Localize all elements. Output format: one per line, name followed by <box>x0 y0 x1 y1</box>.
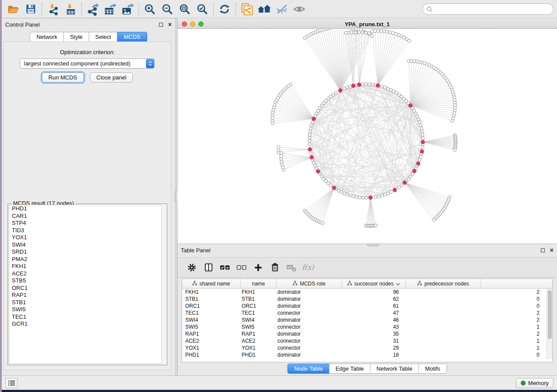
close-panel-icon[interactable]: × <box>168 23 172 27</box>
mcds-hub-node[interactable] <box>421 140 425 144</box>
mcds-result-node[interactable]: STB5 <box>9 277 166 285</box>
mcds-result-node[interactable]: PHD1 <box>9 205 166 213</box>
network-node[interactable] <box>308 130 311 133</box>
network-node[interactable] <box>421 146 424 149</box>
network-node[interactable] <box>364 83 367 86</box>
network-node[interactable] <box>389 191 392 194</box>
table-rows[interactable]: FKH1FKH1dominator962STB1STB1dominator620… <box>182 289 547 358</box>
network-node[interactable] <box>377 195 380 198</box>
create-column-plus-icon[interactable] <box>250 260 266 275</box>
mcds-hub-node[interactable] <box>316 169 320 173</box>
select-all-columns-icon[interactable] <box>217 260 233 275</box>
network-node[interactable] <box>368 83 371 86</box>
mcds-result-node[interactable]: CAR1 <box>9 213 166 220</box>
import-network-from-file-icon[interactable] <box>44 1 62 17</box>
network-node[interactable] <box>361 83 364 86</box>
network-node[interactable] <box>419 124 422 127</box>
save-session-icon[interactable] <box>22 1 39 17</box>
export-network-icon[interactable] <box>84 1 101 17</box>
network-node[interactable] <box>357 31 360 34</box>
network-node[interactable] <box>418 121 421 124</box>
column-header-successor-nodes[interactable]: successor nodes <box>342 279 406 288</box>
close-panel-icon[interactable]: × <box>550 248 554 252</box>
mcds-result-node[interactable]: SWI4 <box>9 241 166 249</box>
mcds-result-node[interactable]: TID3 <box>9 227 166 234</box>
network-node[interactable] <box>380 30 383 33</box>
network-node[interactable] <box>309 127 312 130</box>
toggle-column-view-icon[interactable] <box>200 260 217 275</box>
network-canvas[interactable] <box>177 29 557 244</box>
window-close-icon[interactable] <box>182 21 187 27</box>
network-node[interactable] <box>417 118 420 121</box>
zoom-fit-content-icon[interactable] <box>176 1 194 17</box>
delete-columns-trash-icon[interactable] <box>266 260 283 275</box>
network-node[interactable] <box>349 194 352 197</box>
network-node[interactable] <box>400 184 403 187</box>
scrollbar-thumb[interactable] <box>548 290 552 339</box>
column-header-name[interactable]: name <box>241 279 277 288</box>
network-node[interactable] <box>308 133 311 136</box>
mcds-result-list[interactable]: PHD1CAR1STP4TID3YOX1SWI4SRD1PMA2FKH1ACE2… <box>9 205 166 364</box>
network-node[interactable] <box>374 29 377 32</box>
network-node[interactable] <box>277 146 280 149</box>
window-maximize-icon[interactable] <box>198 21 204 27</box>
mcds-hub-node[interactable] <box>351 84 355 88</box>
network-node[interactable] <box>421 136 424 139</box>
network-node[interactable] <box>358 196 361 199</box>
float-panel-icon[interactable] <box>541 248 545 252</box>
mcds-result-node[interactable]: GCR1 <box>9 320 166 328</box>
network-node[interactable] <box>340 191 343 194</box>
table-row[interactable]: YOX1YOX1connector291 <box>182 344 547 351</box>
network-node[interactable] <box>309 152 312 155</box>
network-node[interactable] <box>312 161 315 164</box>
export-table-icon[interactable] <box>101 1 119 17</box>
mcds-hub-node[interactable] <box>412 169 416 173</box>
mcds-hub-node[interactable] <box>339 89 343 93</box>
tab-network[interactable]: Network <box>30 32 64 42</box>
network-node[interactable] <box>380 85 383 88</box>
network-window-titlebar[interactable]: YPA_prune.txt_1 <box>177 19 557 29</box>
mcds-hub-node[interactable] <box>312 117 316 121</box>
result-list-scrollbar[interactable] <box>161 205 166 364</box>
function-builder-icon[interactable]: f(x) <box>300 260 316 275</box>
mcds-result-node[interactable]: PMA2 <box>9 256 166 263</box>
network-node[interactable] <box>311 121 314 124</box>
network-node[interactable] <box>418 158 421 161</box>
delete-table-icon[interactable] <box>283 260 300 275</box>
network-node[interactable] <box>361 31 364 34</box>
network-node[interactable] <box>370 30 374 33</box>
network-node[interactable] <box>383 86 386 89</box>
network-node[interactable] <box>364 196 367 199</box>
network-graph[interactable] <box>177 29 557 244</box>
table-row[interactable]: SWI4SWI4dominator462 <box>182 316 547 323</box>
mcds-hub-node[interactable] <box>420 150 424 154</box>
network-node[interactable] <box>308 139 311 142</box>
network-node[interactable] <box>308 143 311 146</box>
memory-button[interactable]: Memory <box>516 378 554 388</box>
network-node[interactable] <box>370 34 374 37</box>
show-hidden-eye-icon[interactable] <box>291 1 308 17</box>
export-image-icon[interactable] <box>119 1 136 17</box>
table-row[interactable]: SWI5SWI5connector431 <box>182 323 547 330</box>
hide-selected-eye-slash-icon[interactable] <box>273 1 291 17</box>
network-node[interactable] <box>368 32 371 35</box>
mcds-hub-node[interactable] <box>369 196 373 199</box>
optimization-criterion-select[interactable]: largest connected component (undirected) <box>20 58 155 69</box>
mcds-hub-node[interactable] <box>408 103 412 107</box>
table-row[interactable]: RAP1RAP1dominator352 <box>182 330 547 337</box>
column-header-mcds-role[interactable]: MCDS role <box>277 279 342 288</box>
table-vertical-scrollbar[interactable] <box>547 289 552 359</box>
network-node[interactable] <box>308 136 311 139</box>
network-node[interactable] <box>289 83 292 86</box>
mcds-result-node[interactable]: YOX1 <box>9 234 166 241</box>
tab-style[interactable]: Style <box>63 32 89 42</box>
network-node[interactable] <box>389 88 392 91</box>
network-node[interactable] <box>386 87 389 90</box>
network-node[interactable] <box>432 218 435 221</box>
network-node[interactable] <box>383 30 386 33</box>
search-input[interactable] <box>435 5 553 14</box>
network-node[interactable] <box>321 222 324 225</box>
unselect-all-columns-icon[interactable] <box>233 260 250 275</box>
network-node[interactable] <box>343 87 346 90</box>
network-node[interactable] <box>374 224 377 227</box>
